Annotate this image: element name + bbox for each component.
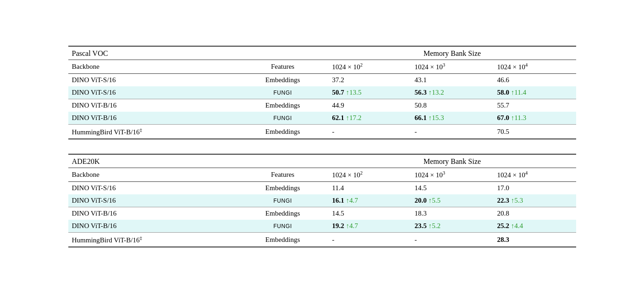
table-row: DINO ViT-B/16FUNGI19.2 ↑4.723.5 ↑5.225.2… — [68, 220, 576, 233]
v1-cell: 19.2 ↑4.7 — [328, 220, 411, 233]
table-row: DINO ViT-B/16Embeddings44.950.855.7 — [68, 99, 576, 112]
v1-cell: 11.4 — [328, 181, 411, 194]
v3-cell: 70.5 — [494, 125, 576, 139]
backbone-cell: DINO ViT-B/16 — [68, 207, 237, 220]
memory-bank-label: Memory Bank Size — [328, 46, 576, 60]
v3-cell: 25.2 ↑4.4 — [494, 220, 576, 233]
col-header-backbone: Backbone — [68, 60, 237, 73]
improvement-arrow: ↑4.7 — [346, 222, 358, 229]
features-cell: FUNGI — [237, 86, 328, 99]
v1-cell: 44.9 — [328, 99, 411, 112]
improvement-arrow: ↑13.5 — [346, 89, 361, 96]
v2-cell: 23.5 ↑5.2 — [411, 220, 494, 233]
backbone-cell: DINO ViT-B/16 — [68, 99, 237, 112]
col-header-3: 1024 × 104 — [494, 60, 576, 73]
table-row: DINO ViT-S/16Embeddings37.243.146.6 — [68, 73, 576, 86]
table-row: DINO ViT-B/16Embeddings14.518.320.8 — [68, 207, 576, 220]
memory-bank-label: Memory Bank Size — [328, 154, 576, 168]
col-header-2: 1024 × 103 — [411, 168, 494, 181]
v1-cell: - — [328, 233, 411, 247]
features-cell: Embeddings — [237, 73, 328, 86]
improvement-arrow: ↑5.2 — [428, 222, 440, 229]
improvement-arrow: ↑4.4 — [511, 222, 523, 229]
col-header-1: 1024 × 102 — [328, 168, 411, 181]
v2-cell: 20.0 ↑5.5 — [411, 194, 494, 207]
v1-cell: 16.1 ↑4.7 — [328, 194, 411, 207]
v3-cell: 55.7 — [494, 99, 576, 112]
v3-cell: 20.8 — [494, 207, 576, 220]
v2-cell: 66.1 ↑15.3 — [411, 112, 494, 125]
col-header-2: 1024 × 103 — [411, 60, 494, 73]
features-cell: Embeddings — [237, 207, 328, 220]
col-header-backbone: Backbone — [68, 168, 237, 181]
backbone-cell: DINO ViT-S/16 — [68, 73, 237, 86]
v1-cell: - — [328, 125, 411, 139]
v2-cell: 50.8 — [411, 99, 494, 112]
improvement-arrow: ↑15.3 — [428, 114, 444, 121]
v2-cell: 56.3 ↑13.2 — [411, 86, 494, 99]
v3-cell: 58.0 ↑11.4 — [494, 86, 576, 99]
table-row: HummingBird ViT-B/16‡Embeddings--70.5 — [68, 125, 576, 139]
improvement-arrow: ↑13.2 — [428, 89, 444, 96]
backbone-cell: DINO ViT-S/16 — [68, 181, 237, 194]
improvement-arrow: ↑4.7 — [346, 197, 358, 204]
col-header-1: 1024 × 102 — [328, 60, 411, 73]
v1-cell: 14.5 — [328, 207, 411, 220]
backbone-cell: DINO ViT-B/16 — [68, 220, 237, 233]
v3-cell: 17.0 — [494, 181, 576, 194]
table-row: DINO ViT-S/16FUNGI50.7 ↑13.556.3 ↑13.258… — [68, 86, 576, 99]
v1-cell: 62.1 ↑17.2 — [328, 112, 411, 125]
v2-cell: 18.3 — [411, 207, 494, 220]
v3-cell: 22.3 ↑5.3 — [494, 194, 576, 207]
col-header-features: Features — [237, 60, 328, 73]
features-cell: FUNGI — [237, 112, 328, 125]
improvement-arrow: ↑5.3 — [511, 197, 523, 204]
dataset-label: Pascal VOC — [68, 46, 329, 60]
v3-cell: 67.0 ↑11.3 — [494, 112, 576, 125]
features-cell: Embeddings — [237, 125, 328, 139]
features-cell: Embeddings — [237, 181, 328, 194]
col-header-features: Features — [237, 168, 328, 181]
table-row: HummingBird ViT-B/16‡Embeddings--28.3 — [68, 233, 576, 247]
backbone-cell: DINO ViT-S/16 — [68, 86, 237, 99]
table-row: DINO ViT-S/16FUNGI16.1 ↑4.720.0 ↑5.522.3… — [68, 194, 576, 207]
main-container: Pascal VOCMemory Bank SizeBackboneFeatur… — [68, 46, 576, 262]
v3-cell: 28.3 — [494, 233, 576, 247]
improvement-arrow: ↑11.4 — [511, 89, 526, 96]
v2-cell: 43.1 — [411, 73, 494, 86]
table-row: DINO ViT-S/16Embeddings11.414.517.0 — [68, 181, 576, 194]
improvement-arrow: ↑5.5 — [428, 197, 440, 204]
table-row: DINO ViT-B/16FUNGI62.1 ↑17.266.1 ↑15.367… — [68, 112, 576, 125]
backbone-cell: HummingBird ViT-B/16‡ — [68, 125, 237, 139]
v1-cell: 50.7 ↑13.5 — [328, 86, 411, 99]
v2-cell: - — [411, 233, 494, 247]
features-cell: FUNGI — [237, 220, 328, 233]
v1-cell: 37.2 — [328, 73, 411, 86]
backbone-cell: DINO ViT-B/16 — [68, 112, 237, 125]
v2-cell: 14.5 — [411, 181, 494, 194]
backbone-cell: HummingBird ViT-B/16‡ — [68, 233, 237, 247]
features-cell: FUNGI — [237, 194, 328, 207]
improvement-arrow: ↑11.3 — [511, 114, 526, 121]
dataset-label: ADE20K — [68, 154, 329, 168]
v2-cell: - — [411, 125, 494, 139]
features-cell: Embeddings — [237, 99, 328, 112]
col-header-3: 1024 × 104 — [494, 168, 576, 181]
backbone-cell: DINO ViT-S/16 — [68, 194, 237, 207]
features-cell: Embeddings — [237, 233, 328, 247]
improvement-arrow: ↑17.2 — [346, 114, 361, 121]
v3-cell: 46.6 — [494, 73, 576, 86]
